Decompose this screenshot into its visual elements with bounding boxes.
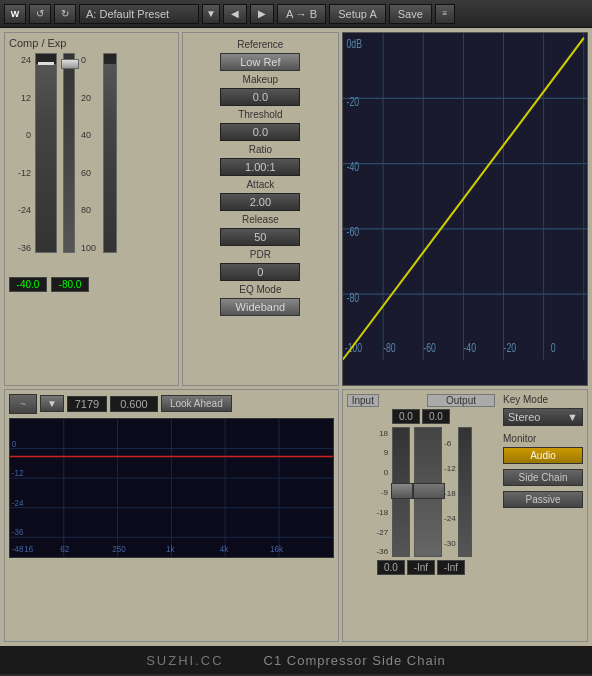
monitor-audio-btn[interactable]: Audio bbox=[503, 447, 583, 464]
input-fader-group bbox=[390, 427, 412, 557]
release-btn[interactable]: 50 bbox=[220, 228, 300, 246]
key-mode-select[interactable]: Stereo ▼ bbox=[503, 408, 583, 426]
ab-btn[interactable]: A → B bbox=[277, 4, 326, 24]
output-meter bbox=[458, 427, 472, 557]
lookahead-btn[interactable]: Look Ahead bbox=[161, 395, 232, 412]
input-label-box: Input bbox=[347, 394, 379, 407]
comp-meter-bar-right bbox=[103, 53, 117, 253]
makeup-label: Makeup bbox=[243, 74, 279, 85]
meter-value-1[interactable]: -40.0 bbox=[9, 277, 47, 292]
monitor-label: Monitor bbox=[503, 433, 583, 444]
svg-text:-20: -20 bbox=[346, 94, 359, 108]
input-section: Input Output 0.0 0.0 18 9 0 bbox=[347, 394, 495, 638]
spectrum-svg: 0 -12 -24 -36 -48 16 62 250 1k 4k 16k bbox=[10, 419, 333, 557]
svg-text:-12: -12 bbox=[12, 467, 24, 477]
setup-btn[interactable]: Setup A bbox=[329, 4, 386, 24]
logo-btn[interactable]: W bbox=[4, 4, 26, 24]
svg-text:62: 62 bbox=[60, 543, 69, 553]
main-area: Comp / Exp 24 12 0 -12 -24 -36 bbox=[0, 28, 592, 646]
input-val1[interactable]: 0.0 bbox=[392, 409, 420, 424]
svg-text:-20: -20 bbox=[503, 340, 516, 354]
curve-icon: ~ bbox=[20, 398, 26, 410]
graph-svg: 0dB -20 -40 -60 -80 -100 -80 -60 -40 -20… bbox=[343, 33, 587, 385]
dropdown-btn[interactable]: ▼ bbox=[40, 395, 64, 412]
analyzer-toolbar: ~ ▼ 7179 0.600 Look Ahead bbox=[9, 394, 334, 414]
svg-text:0dB: 0dB bbox=[346, 36, 362, 50]
key-mode-label: Key Mode bbox=[503, 394, 583, 405]
reference-btn[interactable]: Low Ref bbox=[220, 53, 300, 71]
svg-text:0: 0 bbox=[550, 340, 555, 354]
comp-exp-title: Comp / Exp bbox=[9, 37, 174, 49]
undo-btn[interactable]: ↺ bbox=[29, 4, 51, 24]
right-scale: 0 20 40 60 80 100 bbox=[81, 53, 99, 253]
fader1-val[interactable]: 0.0 bbox=[377, 560, 405, 575]
svg-text:-40: -40 bbox=[346, 159, 359, 173]
meter-value-2[interactable]: -80.0 bbox=[51, 277, 89, 292]
meter-values: -40.0 -80.0 bbox=[9, 277, 174, 292]
comp-slider[interactable] bbox=[63, 53, 75, 253]
release-label: Release bbox=[242, 214, 279, 225]
svg-text:1k: 1k bbox=[166, 543, 175, 553]
spectrum-display: 0 -12 -24 -36 -48 16 62 250 1k 4k 16k bbox=[9, 418, 334, 558]
io-scale: 18 9 0 -9 -18 -27 -36 bbox=[370, 427, 388, 557]
preset-name: A: Default Preset bbox=[86, 8, 169, 20]
input-val2[interactable]: 0.0 bbox=[422, 409, 450, 424]
comp-meters: 24 12 0 -12 -24 -36 bbox=[9, 53, 174, 273]
threshold-btn[interactable]: 0.0 bbox=[220, 123, 300, 141]
svg-text:16: 16 bbox=[24, 543, 33, 553]
ratio-btn[interactable]: 1.00:1 bbox=[220, 158, 300, 176]
meter-indicator bbox=[38, 62, 54, 65]
input-fader-thumb[interactable] bbox=[391, 483, 413, 499]
gain-val[interactable]: 0.600 bbox=[110, 396, 158, 412]
footer: SUZHI.CC C1 Compressor Side Chain bbox=[0, 646, 592, 674]
svg-text:-24: -24 bbox=[12, 497, 24, 507]
toolbar: W ↺ ↻ A: Default Preset ▼ ◀ ▶ A → B Setu… bbox=[0, 0, 592, 28]
controls-panel: Reference Low Ref Makeup 0.0 Threshold 0… bbox=[182, 32, 339, 386]
nav-fwd-btn[interactable]: ▶ bbox=[250, 4, 274, 24]
pdr-btn[interactable]: 0 bbox=[220, 263, 300, 281]
pdr-label: PDR bbox=[250, 249, 271, 260]
key-mode-arrow: ▼ bbox=[567, 411, 578, 423]
watermark: SUZHI.CC bbox=[146, 653, 223, 668]
freq-val[interactable]: 7179 bbox=[67, 396, 107, 412]
svg-text:-60: -60 bbox=[423, 340, 436, 354]
output-fader[interactable] bbox=[414, 427, 442, 557]
curve-btn[interactable]: ~ bbox=[9, 394, 37, 414]
io-panel: Input Output 0.0 0.0 18 9 0 bbox=[342, 389, 588, 643]
threshold-label: Threshold bbox=[238, 109, 282, 120]
svg-text:-80: -80 bbox=[383, 340, 396, 354]
preset-display: A: Default Preset bbox=[79, 4, 199, 24]
makeup-btn[interactable]: 0.0 bbox=[220, 88, 300, 106]
comp-slider-thumb[interactable] bbox=[61, 59, 79, 69]
comp-exp-panel: Comp / Exp 24 12 0 -12 -24 -36 bbox=[4, 32, 179, 386]
preset-dropdown-btn[interactable]: ▼ bbox=[202, 4, 220, 24]
output-fader-group bbox=[414, 427, 442, 557]
svg-text:16k: 16k bbox=[270, 543, 284, 553]
plugin-name: C1 Compressor Side Chain bbox=[264, 653, 446, 668]
attack-btn[interactable]: 2.00 bbox=[220, 193, 300, 211]
left-scale: 24 12 0 -12 -24 -36 bbox=[9, 53, 31, 253]
monitor-passive-btn[interactable]: Passive bbox=[503, 491, 583, 508]
eqmode-btn[interactable]: Wideband bbox=[220, 298, 300, 316]
fader2-val[interactable]: -Inf bbox=[407, 560, 435, 575]
nav-back-btn[interactable]: ◀ bbox=[223, 4, 247, 24]
comp-meter-bar bbox=[35, 53, 57, 253]
svg-text:-80: -80 bbox=[346, 290, 359, 304]
output-fader-thumb[interactable] bbox=[413, 483, 445, 499]
analyzer-panel: ~ ▼ 7179 0.600 Look Ahead bbox=[4, 389, 339, 643]
redo-btn[interactable]: ↻ bbox=[54, 4, 76, 24]
reference-label: Reference bbox=[237, 39, 283, 50]
monitor-sidechain-btn[interactable]: Side Chain bbox=[503, 469, 583, 486]
menu-btn[interactable]: ≡ bbox=[435, 4, 455, 24]
eqmode-label: EQ Mode bbox=[239, 284, 281, 295]
input-fader[interactable] bbox=[392, 427, 410, 557]
attack-label: Attack bbox=[246, 179, 274, 190]
svg-text:0: 0 bbox=[12, 438, 17, 448]
fader3-val[interactable]: -Inf bbox=[437, 560, 465, 575]
out-scale: -6 -12 -18 -24 -30 bbox=[444, 427, 456, 557]
save-btn[interactable]: Save bbox=[389, 4, 432, 24]
svg-text:-36: -36 bbox=[12, 526, 24, 536]
output-label-box: Output bbox=[427, 394, 495, 407]
svg-text:250: 250 bbox=[112, 543, 126, 553]
ratio-label: Ratio bbox=[249, 144, 272, 155]
